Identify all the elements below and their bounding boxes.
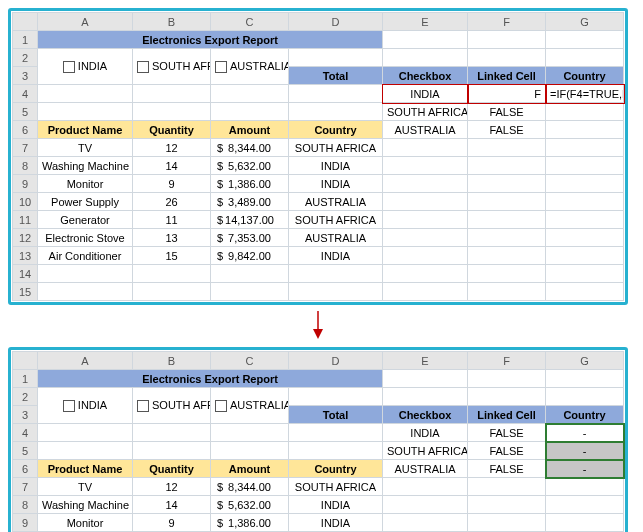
cell[interactable] (289, 265, 383, 283)
cell[interactable]: Washing Machine (38, 496, 133, 514)
cell[interactable] (383, 370, 468, 388)
cell[interactable]: INDIA (289, 514, 383, 532)
cell[interactable]: $1,386.00 (211, 175, 289, 193)
cell[interactable]: SOUTH AFRICA (289, 139, 383, 157)
cell[interactable] (546, 31, 624, 49)
col-header[interactable]: B (133, 352, 211, 370)
cell[interactable] (383, 478, 468, 496)
cell[interactable] (38, 424, 133, 442)
cell[interactable] (468, 478, 546, 496)
cell[interactable] (133, 283, 211, 301)
cell[interactable] (468, 514, 546, 532)
cell[interactable] (289, 442, 383, 460)
cell[interactable]: $3,489.00 (211, 193, 289, 211)
cell[interactable] (383, 157, 468, 175)
row-header[interactable]: 15 (13, 283, 38, 301)
cell[interactable]: INDIA (289, 157, 383, 175)
col-header[interactable]: F (468, 352, 546, 370)
cell[interactable] (468, 283, 546, 301)
cell[interactable] (546, 478, 624, 496)
cell[interactable] (546, 496, 624, 514)
col-header[interactable]: D (289, 352, 383, 370)
cell[interactable] (546, 229, 624, 247)
col-header[interactable]: D (289, 13, 383, 31)
checkbox-australia[interactable]: AUSTRALIA (211, 49, 289, 85)
checkbox-south-africa[interactable]: SOUTH AFRICA (133, 388, 211, 424)
cell[interactable]: SOUTH AFRICA (289, 478, 383, 496)
row-header[interactable]: 1 (13, 31, 38, 49)
checkbox-australia[interactable]: AUSTRALIA (211, 388, 289, 424)
cell[interactable] (546, 139, 624, 157)
cell[interactable] (383, 193, 468, 211)
cell[interactable] (289, 388, 383, 406)
col-header[interactable]: G (546, 13, 624, 31)
checkbox-south-africa[interactable]: SOUTH AFRICA (133, 49, 211, 85)
row-header[interactable]: 9 (13, 175, 38, 193)
cell[interactable] (383, 388, 468, 406)
row-header[interactable]: 10 (13, 193, 38, 211)
cell[interactable] (133, 265, 211, 283)
cell[interactable] (38, 85, 133, 103)
cell[interactable]: TV (38, 139, 133, 157)
cell[interactable] (38, 283, 133, 301)
cell[interactable]: FALSE (468, 424, 546, 442)
spreadsheet-after[interactable]: A B C D E F G 1 Electronics Export Repor… (12, 351, 624, 532)
cell[interactable]: INDIA (289, 247, 383, 265)
cell[interactable] (383, 175, 468, 193)
col-header[interactable]: C (211, 352, 289, 370)
cell[interactable]: 12 (133, 139, 211, 157)
header-linked-cell[interactable]: Linked Cell (468, 67, 546, 85)
cell[interactable] (211, 85, 289, 103)
row-header[interactable]: 12 (13, 229, 38, 247)
cell[interactable] (546, 514, 624, 532)
cell[interactable]: 12 (133, 478, 211, 496)
row-header[interactable]: 14 (13, 265, 38, 283)
corner-cell[interactable] (13, 13, 38, 31)
cell[interactable] (383, 229, 468, 247)
cell[interactable] (468, 229, 546, 247)
cell[interactable]: SOUTH AFRICA (383, 442, 468, 460)
cell[interactable]: $8,344.00 (211, 478, 289, 496)
col-header[interactable]: E (383, 352, 468, 370)
row-header[interactable]: 8 (13, 157, 38, 175)
cell[interactable]: 11 (133, 211, 211, 229)
header-product-name[interactable]: Product Name (38, 460, 133, 478)
cell[interactable] (468, 265, 546, 283)
cell[interactable] (546, 121, 624, 139)
cell[interactable] (383, 211, 468, 229)
row-header[interactable]: 9 (13, 514, 38, 532)
header-total[interactable]: Total (289, 406, 383, 424)
cell[interactable] (383, 247, 468, 265)
cell[interactable]: 15 (133, 247, 211, 265)
formula-cell-g4[interactable]: =IF(F4=TRUE,E4,"-") (546, 85, 624, 103)
cell[interactable] (211, 265, 289, 283)
header-checkbox[interactable]: Checkbox (383, 406, 468, 424)
cell[interactable]: $5,632.00 (211, 157, 289, 175)
cell[interactable]: $8,344.00 (211, 139, 289, 157)
cell[interactable] (383, 265, 468, 283)
cell[interactable]: 26 (133, 193, 211, 211)
header-country[interactable]: Country (289, 121, 383, 139)
cell[interactable] (383, 139, 468, 157)
cell[interactable]: Monitor (38, 514, 133, 532)
header-product-name[interactable]: Product Name (38, 121, 133, 139)
row-header[interactable]: 4 (13, 85, 38, 103)
row-header[interactable]: 2 (13, 49, 38, 67)
cell[interactable] (211, 283, 289, 301)
cell[interactable] (546, 157, 624, 175)
corner-cell[interactable] (13, 352, 38, 370)
row-header[interactable]: 7 (13, 139, 38, 157)
col-header[interactable]: G (546, 352, 624, 370)
cell[interactable] (38, 265, 133, 283)
row-header[interactable]: 1 (13, 370, 38, 388)
row-header[interactable]: 4 (13, 424, 38, 442)
cell[interactable] (468, 157, 546, 175)
result-cell-g6[interactable]: - (546, 460, 624, 478)
cell[interactable] (468, 193, 546, 211)
cell[interactable] (468, 496, 546, 514)
cell[interactable] (546, 265, 624, 283)
cell[interactable] (133, 442, 211, 460)
report-title[interactable]: Electronics Export Report (38, 370, 383, 388)
header-linked-cell[interactable]: Linked Cell (468, 406, 546, 424)
cell-linked-f4[interactable]: F (468, 85, 546, 103)
